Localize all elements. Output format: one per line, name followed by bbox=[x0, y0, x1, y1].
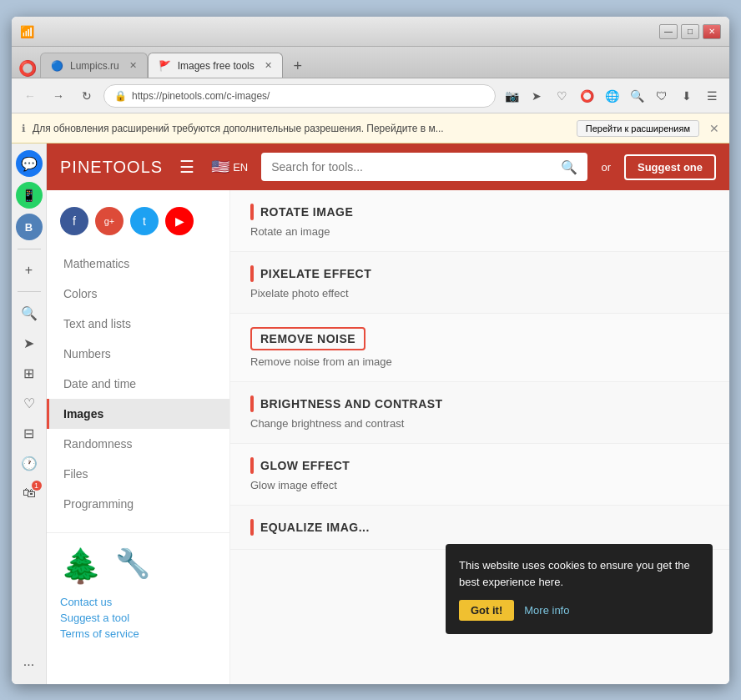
or-text: or bbox=[601, 161, 611, 174]
add-extension-icon[interactable]: + bbox=[17, 258, 42, 283]
tab-pinetools-close[interactable]: ✕ bbox=[265, 60, 272, 71]
lang-label: EN bbox=[233, 161, 248, 174]
social-icons: f g+ t ▶ bbox=[47, 200, 229, 249]
sidebar-item-images[interactable]: Images bbox=[47, 399, 229, 429]
suggest-tool-link[interactable]: Suggest a tool bbox=[60, 612, 216, 624]
tab-pinetools[interactable]: 🚩 Images free tools ✕ bbox=[148, 53, 283, 78]
lock-icon: 🔒 bbox=[114, 90, 127, 102]
mathematics-label: Mathematics bbox=[63, 257, 129, 270]
twitter-button[interactable]: t bbox=[130, 207, 159, 235]
sidebar-item-date-time[interactable]: Date and time bbox=[47, 369, 229, 399]
minimize-button[interactable]: — bbox=[659, 24, 678, 39]
lumpics-favicon: 🔵 bbox=[51, 60, 63, 72]
sidebar-item-mathematics[interactable]: Mathematics bbox=[47, 249, 229, 279]
language-selector[interactable]: 🇺🇸 EN bbox=[211, 158, 248, 176]
vk-icon[interactable]: В bbox=[16, 214, 43, 240]
sidebar-item-text-lists[interactable]: Text and lists bbox=[47, 309, 229, 339]
maximize-button[interactable]: □ bbox=[681, 24, 699, 39]
history-icon[interactable]: ⊟ bbox=[17, 421, 42, 446]
heart-icon[interactable]: ♡ bbox=[551, 85, 572, 107]
menu-icon[interactable]: ☰ bbox=[701, 85, 723, 107]
tool-brightness-contrast[interactable]: BRIGHTNESS AND CONTRAST Change brightnes… bbox=[230, 382, 729, 444]
reload-button[interactable]: ↻ bbox=[75, 84, 98, 108]
contact-us-link[interactable]: Contact us bbox=[60, 596, 216, 608]
glow-effect-desc: Glow image effect bbox=[250, 479, 709, 491]
cookie-banner: This website uses cookies to ensure you … bbox=[446, 544, 713, 634]
clock-icon[interactable]: 🕐 bbox=[17, 451, 42, 476]
address-bar[interactable]: 🔒 https://pinetools.com/c-images/ bbox=[103, 84, 496, 108]
numbers-label: Numbers bbox=[63, 347, 111, 360]
bookmark-icon[interactable]: ♡ bbox=[17, 390, 42, 415]
logo-pine: PINE bbox=[60, 158, 103, 176]
sidebar-item-files[interactable]: Files bbox=[47, 459, 229, 489]
grid-icon[interactable]: ⊞ bbox=[17, 360, 42, 385]
brightness-contrast-title: BRIGHTNESS AND CONTRAST bbox=[250, 395, 709, 412]
sidebar-item-randomness[interactable]: Randomness bbox=[47, 429, 229, 459]
close-button[interactable]: ✕ bbox=[703, 24, 721, 39]
opera-red-icon[interactable]: ⭕ bbox=[576, 85, 597, 107]
red-bar-icon-2 bbox=[250, 265, 254, 282]
sidebar-item-programming[interactable]: Programming bbox=[47, 489, 229, 519]
tab-lumpics-close[interactable]: ✕ bbox=[129, 60, 137, 71]
youtube-button[interactable]: ▶ bbox=[165, 207, 194, 235]
shield-icon[interactable]: 🛡 bbox=[651, 85, 673, 107]
tab-pinetools-label: Images free tools bbox=[178, 60, 255, 72]
googleplus-button[interactable]: g+ bbox=[95, 207, 124, 235]
tool-pixelate-effect[interactable]: PIXELATE EFFECT Pixelate photo effect bbox=[230, 252, 729, 314]
translate-icon[interactable]: 🌐 bbox=[601, 85, 623, 107]
more-info-link[interactable]: More info bbox=[524, 604, 569, 617]
hamburger-button[interactable]: ☰ bbox=[176, 154, 198, 180]
more-icon[interactable]: ··· bbox=[17, 652, 42, 677]
sidebar-decoration-icons: 🌲 🔧 bbox=[60, 546, 216, 586]
tool-glow-effect[interactable]: GLOW EFFECT Glow image effect bbox=[230, 444, 729, 506]
tool-remove-noise[interactable]: REMOVE NOISE Remove noise from an image bbox=[230, 314, 729, 382]
site-body: f g+ t ▶ Mathematics Colors Text and lis… bbox=[47, 190, 729, 684]
download-icon[interactable]: ⬇ bbox=[676, 85, 698, 107]
forward-button[interactable]: → bbox=[47, 84, 70, 108]
cookie-actions: Got it! More info bbox=[459, 600, 699, 621]
randomness-label: Randomness bbox=[63, 437, 133, 451]
messenger-icon[interactable]: 💬 bbox=[16, 150, 43, 177]
tools-list: ROTATE IMAGE Rotate an image PIXELATE EF… bbox=[230, 190, 729, 550]
site-header: PINETOOLS ☰ 🇺🇸 EN 🔍 or Suggest one bbox=[47, 144, 729, 190]
search-sidebar-icon[interactable]: 🔍 bbox=[17, 300, 42, 325]
sidebar-item-colors[interactable]: Colors bbox=[47, 279, 229, 309]
suggest-button[interactable]: Suggest one bbox=[624, 154, 716, 180]
cookie-text: This website uses cookies to ensure you … bbox=[459, 557, 699, 590]
main-content: ROTATE IMAGE Rotate an image PIXELATE EF… bbox=[230, 190, 729, 684]
facebook-button[interactable]: f bbox=[60, 207, 88, 235]
magnify-icon[interactable]: 🔍 bbox=[626, 85, 648, 107]
sidebar-item-numbers[interactable]: Numbers bbox=[47, 339, 229, 369]
main-area: 💬 📱 В + 🔍 ➤ ⊞ ♡ ⊟ 🕐 🛍 1 ··· PINETOOLS bbox=[12, 144, 729, 684]
new-tab-button[interactable]: + bbox=[286, 54, 310, 78]
bag-icon[interactable]: 🛍 1 bbox=[17, 481, 42, 506]
text-lists-label: Text and lists bbox=[63, 317, 131, 330]
camera-icon[interactable]: 📷 bbox=[501, 85, 522, 107]
got-it-button[interactable]: Got it! bbox=[459, 600, 514, 621]
title-bar: 📶 — □ ✕ bbox=[12, 17, 729, 47]
search-input[interactable] bbox=[271, 160, 561, 174]
tree-icon: 🌲 bbox=[60, 546, 102, 586]
back-button[interactable]: ← bbox=[18, 84, 42, 108]
terms-service-link[interactable]: Terms of service bbox=[60, 627, 216, 640]
tab-lumpics[interactable]: 🔵 Lumpics.ru ✕ bbox=[40, 53, 148, 78]
sidebar-separator bbox=[18, 249, 41, 249]
send-icon[interactable]: ➤ bbox=[526, 85, 547, 107]
tab-bar: ⭕ 🔵 Lumpics.ru ✕ 🚩 Images free tools ✕ + bbox=[12, 47, 729, 78]
equalize-image-title: EQUALIZE IMAG... bbox=[250, 519, 709, 536]
date-time-label: Date and time bbox=[63, 377, 136, 390]
site-content: PINETOOLS ☰ 🇺🇸 EN 🔍 or Suggest one bbox=[47, 144, 729, 684]
rotate-image-desc: Rotate an image bbox=[250, 225, 709, 238]
tool-rotate-image[interactable]: ROTATE IMAGE Rotate an image bbox=[230, 190, 729, 252]
whatsapp-icon[interactable]: 📱 bbox=[16, 182, 43, 209]
search-icon: 🔍 bbox=[561, 159, 577, 175]
remove-noise-desc: Remove noise from an image bbox=[250, 355, 709, 368]
nav-icons: 📷 ➤ ♡ ⭕ 🌐 🔍 🛡 ⬇ ☰ bbox=[501, 85, 723, 107]
brightness-contrast-desc: Change brightness and contrast bbox=[250, 417, 709, 430]
info-bar-text: Для обновления расширений требуются допо… bbox=[33, 123, 570, 134]
red-bar-icon-6 bbox=[250, 519, 254, 536]
info-bar: ℹ Для обновления расширений требуются до… bbox=[12, 113, 729, 144]
extensions-button[interactable]: Перейти к расширениям bbox=[577, 120, 699, 137]
info-bar-close[interactable]: ✕ bbox=[709, 122, 719, 135]
news-icon[interactable]: ➤ bbox=[17, 330, 42, 355]
